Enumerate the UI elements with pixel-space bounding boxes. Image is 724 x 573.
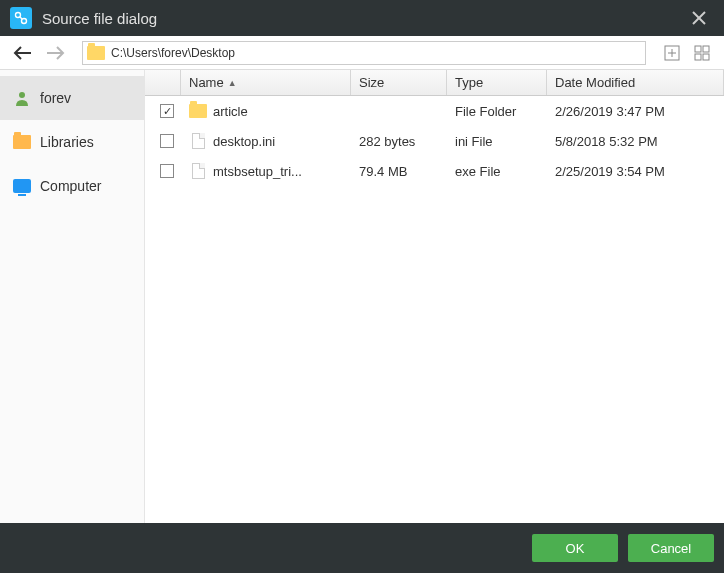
file-row[interactable]: articleFile Folder2/26/2019 3:47 PM <box>145 96 724 126</box>
titlebar-title: Source file dialog <box>42 10 684 27</box>
user-icon <box>12 89 32 107</box>
file-name: article <box>213 104 248 119</box>
folder-icon <box>87 46 105 60</box>
cancel-button[interactable]: Cancel <box>628 534 714 562</box>
folder-icon <box>189 103 207 119</box>
column-date[interactable]: Date Modified <box>547 70 724 95</box>
file-date: 2/25/2019 3:54 PM <box>547 164 724 179</box>
new-folder-button[interactable] <box>660 41 684 65</box>
sidebar-item-computer[interactable]: Computer <box>0 164 144 208</box>
file-list: articleFile Folder2/26/2019 3:47 PMdeskt… <box>145 96 724 523</box>
file-icon <box>189 163 207 179</box>
sidebar-item-label: Computer <box>40 178 101 194</box>
svg-rect-12 <box>695 54 701 60</box>
row-checkbox[interactable] <box>160 164 174 178</box>
grid-icon <box>694 45 710 61</box>
plus-box-icon <box>664 45 680 61</box>
file-size: 79.4 MB <box>351 164 447 179</box>
footer: OK Cancel <box>0 523 724 573</box>
close-icon <box>692 11 706 25</box>
file-date: 5/8/2018 5:32 PM <box>547 134 724 149</box>
back-button[interactable] <box>10 40 36 66</box>
file-name: desktop.ini <box>213 134 275 149</box>
computer-icon <box>12 177 32 195</box>
libraries-icon <box>12 133 32 151</box>
sidebar-item-libraries[interactable]: Libraries <box>0 120 144 164</box>
arrow-left-icon <box>13 46 33 60</box>
app-icon <box>10 7 32 29</box>
svg-line-2 <box>20 17 22 19</box>
row-checkbox[interactable] <box>160 104 174 118</box>
file-type: ini File <box>447 134 547 149</box>
forward-button[interactable] <box>42 40 68 66</box>
arrow-right-icon <box>45 46 65 60</box>
column-type[interactable]: Type <box>447 70 547 95</box>
column-name[interactable]: Name ▲ <box>181 70 351 95</box>
sort-asc-icon: ▲ <box>228 78 237 88</box>
view-grid-button[interactable] <box>690 41 714 65</box>
sidebar-item-user[interactable]: forev <box>0 76 144 120</box>
file-type: File Folder <box>447 104 547 119</box>
sidebar-item-label: forev <box>40 90 71 106</box>
row-checkbox[interactable] <box>160 134 174 148</box>
column-checkbox[interactable] <box>145 70 181 95</box>
file-pane: Name ▲ Size Type Date Modified articleFi… <box>145 70 724 523</box>
file-type: exe File <box>447 164 547 179</box>
path-text: C:\Users\forev\Desktop <box>111 46 641 60</box>
titlebar: Source file dialog <box>0 0 724 36</box>
sidebar-item-label: Libraries <box>40 134 94 150</box>
svg-point-14 <box>19 92 25 98</box>
body: forev Libraries Computer Name ▲ Size Typ… <box>0 70 724 523</box>
svg-rect-13 <box>703 54 709 60</box>
file-row[interactable]: desktop.ini282 bytesini File5/8/2018 5:3… <box>145 126 724 156</box>
toolbar: C:\Users\forev\Desktop <box>0 36 724 70</box>
file-row[interactable]: mtsbsetup_tri...79.4 MBexe File2/25/2019… <box>145 156 724 186</box>
svg-rect-11 <box>703 46 709 52</box>
ok-button[interactable]: OK <box>532 534 618 562</box>
column-header: Name ▲ Size Type Date Modified <box>145 70 724 96</box>
close-button[interactable] <box>684 3 714 33</box>
file-size: 282 bytes <box>351 134 447 149</box>
svg-point-1 <box>22 19 27 24</box>
file-date: 2/26/2019 3:47 PM <box>547 104 724 119</box>
column-size[interactable]: Size <box>351 70 447 95</box>
sidebar: forev Libraries Computer <box>0 70 145 523</box>
svg-rect-10 <box>695 46 701 52</box>
svg-point-0 <box>16 13 21 18</box>
file-icon <box>189 133 207 149</box>
file-name: mtsbsetup_tri... <box>213 164 302 179</box>
path-input[interactable]: C:\Users\forev\Desktop <box>82 41 646 65</box>
